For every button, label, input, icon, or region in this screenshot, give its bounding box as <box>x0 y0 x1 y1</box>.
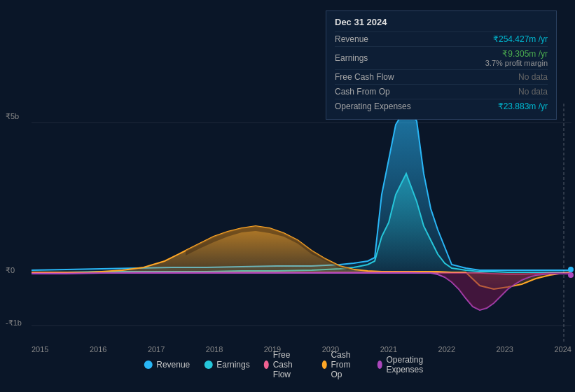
tooltip-date: Dec 31 2024 <box>335 17 548 27</box>
tooltip-row-cfo: Cash From Op No data <box>335 84 548 99</box>
tooltip-row-opex: Operating Expenses ₹23.883m /yr <box>335 99 548 113</box>
x-label-2022: 2022 <box>438 345 455 354</box>
legend-item-cfo[interactable]: Cash From Op <box>321 350 363 379</box>
tooltip-value-revenue: ₹254.427m /yr <box>493 34 548 44</box>
chart-legend: Revenue Earnings Free Cash Flow Cash Fro… <box>144 350 431 379</box>
legend-dot-fcf <box>264 360 269 369</box>
tooltip-value-cfo: No data <box>518 87 548 97</box>
tooltip-label-opex: Operating Expenses <box>335 102 412 111</box>
legend-dot-cfo <box>321 360 326 369</box>
opex-fill <box>438 273 571 310</box>
tooltip-row-revenue: Revenue ₹254.427m /yr <box>335 31 548 46</box>
revenue-edge-dot <box>568 267 574 272</box>
y-label-5b: ₹5b <box>6 112 19 121</box>
x-label-2023: 2023 <box>497 345 513 354</box>
tooltip-row-fcf: Free Cash Flow No data <box>335 69 548 84</box>
legend-item-earnings[interactable]: Earnings <box>204 360 249 370</box>
chart-svg <box>32 104 571 342</box>
legend-label-fcf: Free Cash Flow <box>273 350 308 379</box>
y-label-neg1b: -₹1b <box>6 318 22 328</box>
legend-dot-earnings <box>204 360 212 369</box>
tooltip-box: Dec 31 2024 Revenue ₹254.427m /yr Earnin… <box>326 10 557 120</box>
legend-label-opex: Operating Expenses <box>386 355 431 374</box>
chart-container: Dec 31 2024 Revenue ₹254.427m /yr Earnin… <box>0 0 575 392</box>
tooltip-label-cfo: Cash From Op <box>335 87 412 97</box>
tooltip-value-opex: ₹23.883m /yr <box>498 102 548 111</box>
legend-label-earnings: Earnings <box>216 360 249 370</box>
tooltip-value-earnings: ₹9.305m /yr <box>485 49 548 59</box>
legend-label-cfo: Cash From Op <box>331 350 363 379</box>
tooltip-label-earnings: Earnings <box>335 53 412 63</box>
legend-label-revenue: Revenue <box>156 360 190 370</box>
legend-item-opex[interactable]: Operating Expenses <box>377 355 431 374</box>
x-label-2024: 2024 <box>554 345 571 354</box>
tooltip-value-fcf: No data <box>518 72 548 82</box>
legend-dot-opex <box>377 360 382 369</box>
tooltip-profit-margin: 3.7% profit margin <box>485 59 548 67</box>
y-label-0: ₹0 <box>6 266 15 275</box>
opex-edge-dot <box>568 272 574 278</box>
tooltip-row-earnings: Earnings ₹9.305m /yr 3.7% profit margin <box>335 46 548 69</box>
x-label-2016: 2016 <box>90 345 106 354</box>
tooltip-label-fcf: Free Cash Flow <box>335 72 412 82</box>
legend-dot-revenue <box>144 360 152 369</box>
legend-item-revenue[interactable]: Revenue <box>144 360 190 370</box>
x-label-2015: 2015 <box>32 345 48 354</box>
tooltip-label-revenue: Revenue <box>335 34 412 44</box>
legend-item-fcf[interactable]: Free Cash Flow <box>264 350 308 379</box>
